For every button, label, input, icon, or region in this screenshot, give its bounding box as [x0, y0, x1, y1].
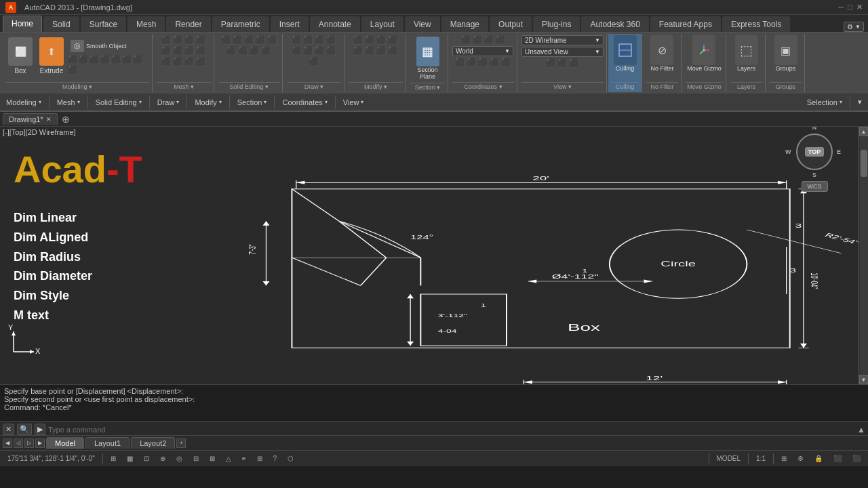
modeling-icon-2[interactable]: ⬛ — [79, 55, 89, 64]
ws-btn[interactable]: ⚙ — [794, 453, 807, 464]
modify-icon-3[interactable]: ⬛ — [376, 35, 387, 45]
aui-btn[interactable]: ⊠ — [206, 453, 218, 464]
draw-icon-8[interactable]: ⬛ — [326, 46, 336, 56]
modeling-icon-4[interactable]: ⬛ — [100, 55, 111, 64]
tab-autodesk360[interactable]: Autodesk 360 — [581, 16, 648, 32]
modeling-icon-8[interactable]: ⬛ — [68, 65, 78, 75]
mesh-icon-12[interactable]: ⬛ — [196, 57, 206, 66]
mesh-icon-7[interactable]: ⬛ — [184, 46, 195, 56]
scroll-down-btn[interactable]: ▼ — [859, 375, 869, 384]
mesh-icon-4[interactable]: ⬛ — [196, 35, 206, 45]
mesh-icon-5[interactable]: ⬛ — [161, 46, 172, 56]
coord-icon-5[interactable]: ⬛ — [455, 58, 465, 67]
modeling-icon-5[interactable]: ⬛ — [111, 55, 121, 64]
tab-surface[interactable]: Surface — [81, 16, 126, 32]
layers-button[interactable]: ⬚ Layers — [735, 35, 758, 72]
coord-icon-1[interactable]: ⬛ — [461, 35, 471, 45]
draw-icon-4[interactable]: ⬛ — [326, 35, 336, 45]
coordinates-display[interactable]: 175'11 3/4", 128'-1 1/4", 0'-0" — [4, 453, 98, 464]
tab-model[interactable]: Model — [46, 437, 84, 449]
coord-icon-2[interactable]: ⬛ — [473, 35, 483, 45]
panel-extra[interactable]: ▾ — [854, 96, 865, 108]
solid-edit-icon-3[interactable]: ⬛ — [244, 35, 254, 45]
modify-icon-8[interactable]: ⬛ — [388, 46, 398, 56]
layout-nav-left[interactable]: ◁ — [14, 439, 23, 448]
mesh-icon-1[interactable]: ⬛ — [161, 35, 172, 45]
panel-section[interactable]: Section ▾ — [234, 97, 271, 108]
isolation-btn[interactable]: ⬛ — [849, 453, 864, 464]
user-dropdown[interactable]: ⚙▼ — [844, 22, 864, 32]
minimize-btn[interactable]: ─ — [839, 3, 844, 12]
cmd-arrow-btn[interactable]: ▶ — [35, 424, 45, 435]
coord-icon-4[interactable]: ⬛ — [496, 35, 506, 45]
tab-insert[interactable]: Insert — [271, 16, 309, 32]
tab-layout1[interactable]: Layout1 — [85, 437, 130, 449]
extrude-button[interactable]: ⬆ Extrude — [37, 35, 66, 77]
coord-icon-9[interactable]: ⬛ — [501, 58, 511, 67]
modify-icon-1[interactable]: ⬛ — [353, 35, 363, 45]
panel-coordinates[interactable]: Coordinates ▾ — [279, 97, 330, 108]
tab-output[interactable]: Output — [490, 16, 532, 32]
ortho-btn[interactable]: ⊡ — [140, 453, 153, 464]
solid-edit-icon-1[interactable]: ⬛ — [221, 35, 231, 45]
snap-btn[interactable]: ⊞ — [107, 453, 119, 464]
canvas[interactable]: [-][Top][2D Wireframe] Acad-T Dim Linear… — [0, 127, 859, 384]
modeling-icon-1[interactable]: ⬛ — [68, 55, 78, 64]
modify-icon-5[interactable]: ⬛ — [353, 46, 363, 56]
tab-mesh[interactable]: Mesh — [127, 16, 165, 32]
tab-layout[interactable]: Layout — [361, 16, 403, 32]
unsaved-view-dropdown[interactable]: Unsaved View ▼ — [521, 47, 604, 57]
grid-btn[interactable]: ▦ — [123, 453, 136, 464]
modeling-icon-6[interactable]: ⬛ — [122, 55, 132, 64]
viewport-scale-btn[interactable]: 1:1 — [753, 453, 769, 464]
command-input[interactable] — [48, 426, 854, 434]
layout-nav-right[interactable]: ▷ — [24, 439, 34, 448]
mesh-icon-8[interactable]: ⬛ — [196, 46, 206, 56]
new-layout-btn[interactable]: + — [176, 439, 186, 448]
solid-edit-icon-2[interactable]: ⬛ — [233, 35, 243, 45]
cmd-search-btn[interactable]: 🔍 — [17, 424, 32, 435]
mesh-icon-9[interactable]: ⬛ — [161, 57, 172, 66]
osnap-btn[interactable]: ◎ — [173, 453, 186, 464]
new-doc-tab[interactable]: ⊕ — [58, 113, 74, 126]
tab-plugins[interactable]: Plug-ins — [533, 16, 580, 32]
draw-icon-6[interactable]: ⬛ — [303, 46, 313, 56]
coord-icon-7[interactable]: ⬛ — [478, 58, 488, 67]
mesh-icon-10[interactable]: ⬛ — [173, 57, 183, 66]
groups-button[interactable]: ▣ Groups — [774, 35, 797, 72]
tab-layout2[interactable]: Layout2 — [131, 437, 175, 449]
wireframe-dropdown[interactable]: 2D Wireframe ▼ — [521, 35, 604, 45]
draw-icon-2[interactable]: ⬛ — [303, 35, 313, 45]
tab-parametric[interactable]: Parametric — [212, 16, 269, 32]
panel-draw[interactable]: Draw ▾ — [154, 97, 183, 108]
panel-mesh[interactable]: Mesh ▾ — [54, 97, 83, 108]
maximize-btn[interactable]: □ — [848, 3, 852, 12]
panel-modify[interactable]: Modify ▾ — [191, 97, 224, 108]
otrack-btn[interactable]: ⊟ — [190, 453, 202, 464]
modeling-icon-7[interactable]: ⬛ — [133, 55, 143, 64]
draw-icon-7[interactable]: ⬛ — [315, 46, 325, 56]
modify-icon-7[interactable]: ⬛ — [376, 46, 387, 56]
solid-edit-icon-7[interactable]: ⬛ — [238, 46, 248, 56]
mesh-icon-11[interactable]: ⬛ — [184, 57, 195, 66]
mesh-icon-6[interactable]: ⬛ — [173, 46, 183, 56]
move-gizmo-button[interactable]: Move Gizmo — [687, 35, 722, 72]
qp-btn[interactable]: ? — [270, 453, 281, 464]
culling-button[interactable]: Culling — [614, 35, 637, 72]
solid-edit-icon-5[interactable]: ⬛ — [267, 35, 277, 45]
view-icon-3[interactable]: ⬛ — [569, 58, 579, 68]
mesh-icon-2[interactable]: ⬛ — [173, 35, 183, 45]
panel-modeling[interactable]: Modeling ▾ — [3, 97, 45, 108]
smooth-object-button[interactable]: ◎ Smooth Object — [68, 38, 149, 54]
right-scrollbar[interactable]: ▲ ▼ — [859, 127, 868, 384]
cmd-scroll-up-btn[interactable]: ▲ — [857, 425, 865, 434]
coord-icon-8[interactable]: ⬛ — [490, 58, 500, 67]
anno-scale-btn[interactable]: ⊞ — [778, 453, 790, 464]
modify-icon-2[interactable]: ⬛ — [365, 35, 375, 45]
solid-edit-icon-4[interactable]: ⬛ — [256, 35, 266, 45]
modeling-icon-3[interactable]: ⬛ — [90, 55, 100, 64]
panel-solid-editing[interactable]: Solid Editing ▾ — [92, 97, 145, 108]
tab-view[interactable]: View — [405, 16, 440, 32]
tab-featured-apps[interactable]: Featured Apps — [650, 16, 721, 32]
draw-icon-3[interactable]: ⬛ — [315, 35, 325, 45]
